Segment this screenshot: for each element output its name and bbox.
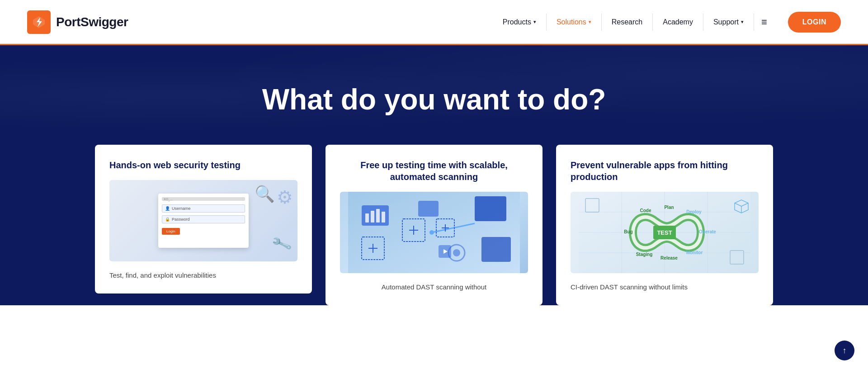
svg-text:Operate: Operate	[699, 229, 716, 234]
svg-point-17	[429, 230, 434, 235]
card-security-testing[interactable]: Hands-on web security testing ⚙ 🔍 XO_...…	[95, 145, 312, 294]
svg-text:Bug: Bug	[624, 229, 632, 234]
cards-section: Hands-on web security testing ⚙ 🔍 XO_...…	[0, 145, 868, 305]
card-3-image: TEST Code Plan Deploy Operate Monitor Re…	[571, 192, 759, 273]
mock-browser: XO_... 👤 Username 🔒 Password Login	[158, 194, 249, 248]
support-chevron-icon: ▾	[741, 19, 744, 25]
gear-icon: ⚙	[277, 187, 293, 208]
card-1-image: ⚙ 🔍 XO_... 👤 Username 🔒 Password Login 🔧	[109, 180, 297, 261]
password-label: Password	[172, 217, 190, 222]
nav-support-label: Support	[713, 18, 739, 26]
username-field: 👤 Username	[162, 204, 245, 213]
nav-research-label: Research	[612, 18, 642, 26]
header-right: Products ▾ Solutions ▾ Research Academy …	[493, 12, 841, 33]
svg-rect-3	[418, 201, 439, 217]
svg-rect-7	[371, 211, 374, 223]
login-button[interactable]: LOGIN	[788, 12, 841, 33]
svg-text:Code: Code	[640, 208, 651, 213]
svg-text:Monitor: Monitor	[686, 250, 703, 255]
username-label: Username	[172, 206, 191, 211]
nav-academy-label: Academy	[663, 18, 693, 26]
nav-support[interactable]: Support ▾	[703, 14, 754, 31]
wrench-icon: 🔧	[270, 232, 293, 255]
hero-section: What do you want to do?	[0, 45, 868, 145]
svg-point-19	[453, 249, 460, 256]
card-2-description: Automated DAST scanning without	[340, 282, 528, 293]
browser-bar: XO_...	[162, 197, 245, 201]
svg-text:Deploy: Deploy	[686, 209, 702, 214]
svg-rect-4	[475, 196, 506, 221]
nav-solutions-label: Solutions	[557, 18, 586, 26]
card-1-title: Hands-on web security testing	[109, 159, 297, 171]
main-nav: Products ▾ Solutions ▾ Research Academy …	[493, 12, 774, 33]
svg-text:TEST: TEST	[657, 229, 672, 236]
svg-rect-5	[481, 237, 511, 262]
svg-text:Staging: Staging	[636, 252, 653, 257]
card-ci-scanning[interactable]: Prevent vulnerable apps from hitting pro…	[556, 145, 773, 305]
svg-rect-6	[365, 213, 369, 223]
header: PortSwigger Products ▾ Solutions ▾ Resea…	[0, 0, 868, 45]
card-3-title: Prevent vulnerable apps from hitting pro…	[571, 159, 759, 183]
logo-icon	[27, 10, 51, 34]
nav-academy[interactable]: Academy	[653, 14, 703, 31]
nav-solutions[interactable]: Solutions ▾	[547, 14, 602, 31]
nav-products-label: Products	[503, 18, 531, 26]
products-chevron-icon: ▾	[533, 19, 536, 25]
nav-products[interactable]: Products ▾	[493, 14, 547, 31]
svg-rect-9	[382, 212, 385, 223]
card-2-title: Free up testing time with scalable, auto…	[340, 159, 528, 183]
password-field: 🔒 Password	[162, 215, 245, 223]
scanning-illustration	[340, 192, 528, 273]
solutions-chevron-icon: ▾	[589, 19, 591, 25]
svg-rect-8	[376, 209, 380, 223]
hero-title: What do you want to do?	[262, 84, 606, 115]
cicd-illustration: TEST Code Plan Deploy Operate Monitor Re…	[571, 192, 759, 273]
svg-text:Release: Release	[660, 256, 678, 260]
logo-link[interactable]: PortSwigger	[27, 10, 128, 34]
card-2-image	[340, 192, 528, 273]
svg-text:Plan: Plan	[664, 205, 674, 210]
card-3-description: CI-driven DAST scanning without limits	[571, 282, 759, 293]
nav-research[interactable]: Research	[602, 14, 653, 31]
card-1-description: Test, find, and exploit vulnerabilities	[109, 270, 297, 281]
magnify-icon: 🔍	[255, 185, 275, 204]
hamburger-menu[interactable]: ≡	[754, 12, 774, 33]
card-automated-scanning[interactable]: Free up testing time with scalable, auto…	[326, 145, 542, 305]
logo-text: PortSwigger	[56, 15, 128, 29]
hamburger-icon: ≡	[761, 16, 767, 28]
mock-login-button: Login	[162, 228, 180, 235]
